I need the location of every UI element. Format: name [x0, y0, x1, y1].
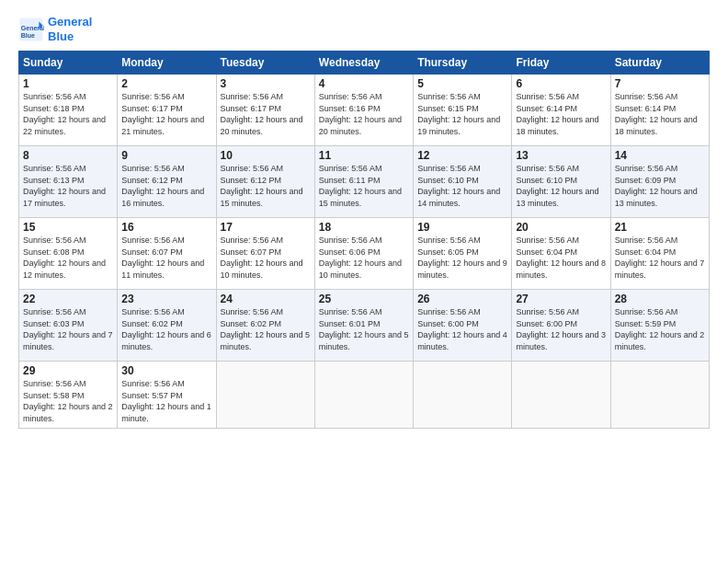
day-info: Sunrise: 5:56 AMSunset: 6:13 PMDaylight:…: [23, 164, 106, 208]
calendar-cell: 2Sunrise: 5:56 AMSunset: 6:17 PMDaylight…: [118, 75, 216, 146]
calendar-cell: 24Sunrise: 5:56 AMSunset: 6:02 PMDayligh…: [216, 290, 314, 362]
calendar-cell: 7Sunrise: 5:56 AMSunset: 6:14 PMDaylight…: [610, 75, 709, 146]
calendar-cell: 20Sunrise: 5:56 AMSunset: 6:04 PMDayligh…: [512, 218, 610, 290]
calendar-header-cell: Sunday: [19, 52, 118, 75]
day-number: 10: [221, 149, 311, 162]
day-info: Sunrise: 5:56 AMSunset: 5:59 PMDaylight:…: [615, 307, 705, 351]
day-info: Sunrise: 5:56 AMSunset: 6:12 PMDaylight:…: [121, 164, 204, 208]
day-info: Sunrise: 5:56 AMSunset: 6:01 PMDaylight:…: [319, 307, 409, 351]
calendar-cell: 22Sunrise: 5:56 AMSunset: 6:03 PMDayligh…: [19, 290, 118, 362]
day-info: Sunrise: 5:56 AMSunset: 6:18 PMDaylight:…: [23, 92, 106, 136]
day-info: Sunrise: 5:56 AMSunset: 6:10 PMDaylight:…: [417, 164, 500, 208]
calendar-cell: 4Sunrise: 5:56 AMSunset: 6:16 PMDaylight…: [314, 75, 413, 146]
day-info: Sunrise: 5:56 AMSunset: 6:04 PMDaylight:…: [516, 236, 606, 280]
calendar-cell: 28Sunrise: 5:56 AMSunset: 5:59 PMDayligh…: [610, 290, 709, 362]
calendar-cell: 19Sunrise: 5:56 AMSunset: 6:05 PMDayligh…: [414, 218, 512, 290]
day-info: Sunrise: 5:56 AMSunset: 5:57 PMDaylight:…: [121, 379, 211, 423]
day-number: 22: [23, 293, 113, 305]
day-info: Sunrise: 5:56 AMSunset: 6:10 PMDaylight:…: [516, 164, 598, 208]
logo-text: General Blue: [48, 15, 92, 43]
calendar-header-cell: Thursday: [414, 52, 512, 75]
calendar-cell: 1Sunrise: 5:56 AMSunset: 6:18 PMDaylight…: [19, 75, 118, 146]
day-info: Sunrise: 5:56 AMSunset: 6:14 PMDaylight:…: [516, 92, 598, 136]
day-number: 7: [615, 77, 705, 90]
day-info: Sunrise: 5:56 AMSunset: 5:58 PMDaylight:…: [23, 379, 113, 423]
day-number: 16: [121, 221, 211, 234]
day-info: Sunrise: 5:56 AMSunset: 6:12 PMDaylight:…: [221, 164, 303, 208]
day-info: Sunrise: 5:56 AMSunset: 6:00 PMDaylight:…: [516, 307, 606, 351]
calendar-cell: 11Sunrise: 5:56 AMSunset: 6:11 PMDayligh…: [314, 146, 413, 218]
day-info: Sunrise: 5:56 AMSunset: 6:15 PMDaylight:…: [417, 92, 500, 136]
day-number: 26: [417, 293, 507, 305]
day-info: Sunrise: 5:56 AMSunset: 6:05 PMDaylight:…: [417, 236, 507, 280]
calendar-header-row: SundayMondayTuesdayWednesdayThursdayFrid…: [19, 52, 710, 75]
day-number: 18: [319, 221, 409, 234]
day-info: Sunrise: 5:56 AMSunset: 6:02 PMDaylight:…: [121, 307, 211, 351]
calendar-cell: 12Sunrise: 5:56 AMSunset: 6:10 PMDayligh…: [414, 146, 512, 218]
calendar-cell: [414, 362, 512, 428]
calendar-cell: 5Sunrise: 5:56 AMSunset: 6:15 PMDaylight…: [414, 75, 512, 146]
calendar-header-cell: Tuesday: [216, 52, 314, 75]
day-number: 27: [516, 293, 606, 305]
calendar-cell: 17Sunrise: 5:56 AMSunset: 6:07 PMDayligh…: [216, 218, 314, 290]
calendar-header-cell: Saturday: [610, 52, 709, 75]
day-number: 8: [23, 149, 113, 162]
calendar-cell: 8Sunrise: 5:56 AMSunset: 6:13 PMDaylight…: [19, 146, 118, 218]
day-info: Sunrise: 5:56 AMSunset: 6:17 PMDaylight:…: [221, 92, 303, 136]
day-info: Sunrise: 5:56 AMSunset: 6:17 PMDaylight:…: [121, 92, 204, 136]
day-info: Sunrise: 5:56 AMSunset: 6:08 PMDaylight:…: [23, 236, 106, 280]
calendar-cell: 18Sunrise: 5:56 AMSunset: 6:06 PMDayligh…: [314, 218, 413, 290]
calendar-cell: 15Sunrise: 5:56 AMSunset: 6:08 PMDayligh…: [19, 218, 118, 290]
day-number: 6: [516, 77, 606, 90]
day-number: 28: [615, 293, 705, 305]
day-number: 15: [23, 221, 113, 234]
calendar-cell: [610, 362, 709, 428]
day-number: 24: [221, 293, 311, 305]
calendar-header-cell: Monday: [118, 52, 216, 75]
day-number: 14: [615, 149, 705, 162]
svg-text:Blue: Blue: [21, 32, 35, 39]
day-info: Sunrise: 5:56 AMSunset: 6:14 PMDaylight:…: [615, 92, 698, 136]
calendar-header-cell: Wednesday: [314, 52, 413, 75]
day-number: 2: [121, 77, 211, 90]
header: General Blue General Blue: [18, 15, 710, 43]
calendar-table: SundayMondayTuesdayWednesdayThursdayFrid…: [18, 51, 710, 428]
calendar-cell: 23Sunrise: 5:56 AMSunset: 6:02 PMDayligh…: [118, 290, 216, 362]
day-number: 19: [417, 221, 507, 234]
calendar-body: 1Sunrise: 5:56 AMSunset: 6:18 PMDaylight…: [19, 75, 710, 428]
calendar-cell: 10Sunrise: 5:56 AMSunset: 6:12 PMDayligh…: [216, 146, 314, 218]
day-number: 21: [615, 221, 705, 234]
calendar-cell: 6Sunrise: 5:56 AMSunset: 6:14 PMDaylight…: [512, 75, 610, 146]
day-number: 29: [23, 364, 113, 377]
day-number: 23: [121, 293, 211, 305]
calendar-cell: 16Sunrise: 5:56 AMSunset: 6:07 PMDayligh…: [118, 218, 216, 290]
calendar-cell: [314, 362, 413, 428]
calendar-cell: 3Sunrise: 5:56 AMSunset: 6:17 PMDaylight…: [216, 75, 314, 146]
page: General Blue General Blue SundayMondayTu…: [0, 0, 728, 563]
calendar-header-cell: Friday: [512, 52, 610, 75]
logo: General Blue General Blue: [18, 15, 92, 43]
calendar-cell: 9Sunrise: 5:56 AMSunset: 6:12 PMDaylight…: [118, 146, 216, 218]
day-number: 3: [221, 77, 311, 90]
day-number: 9: [121, 149, 211, 162]
calendar-cell: 26Sunrise: 5:56 AMSunset: 6:00 PMDayligh…: [414, 290, 512, 362]
calendar-cell: 13Sunrise: 5:56 AMSunset: 6:10 PMDayligh…: [512, 146, 610, 218]
day-info: Sunrise: 5:56 AMSunset: 6:02 PMDaylight:…: [221, 307, 311, 351]
day-info: Sunrise: 5:56 AMSunset: 6:16 PMDaylight:…: [319, 92, 402, 136]
calendar-cell: 29Sunrise: 5:56 AMSunset: 5:58 PMDayligh…: [19, 362, 118, 428]
day-number: 13: [516, 149, 606, 162]
day-number: 4: [319, 77, 409, 90]
calendar-cell: 21Sunrise: 5:56 AMSunset: 6:04 PMDayligh…: [610, 218, 709, 290]
day-info: Sunrise: 5:56 AMSunset: 6:03 PMDaylight:…: [23, 307, 113, 351]
calendar-cell: [216, 362, 314, 428]
day-number: 25: [319, 293, 409, 305]
calendar-cell: 14Sunrise: 5:56 AMSunset: 6:09 PMDayligh…: [610, 146, 709, 218]
calendar-cell: [512, 362, 610, 428]
day-info: Sunrise: 5:56 AMSunset: 6:07 PMDaylight:…: [121, 236, 204, 280]
day-info: Sunrise: 5:56 AMSunset: 6:04 PMDaylight:…: [615, 236, 705, 280]
day-number: 1: [23, 77, 113, 90]
day-info: Sunrise: 5:56 AMSunset: 6:07 PMDaylight:…: [221, 236, 303, 280]
day-info: Sunrise: 5:56 AMSunset: 6:00 PMDaylight:…: [417, 307, 507, 351]
day-number: 12: [417, 149, 507, 162]
day-info: Sunrise: 5:56 AMSunset: 6:06 PMDaylight:…: [319, 236, 402, 280]
